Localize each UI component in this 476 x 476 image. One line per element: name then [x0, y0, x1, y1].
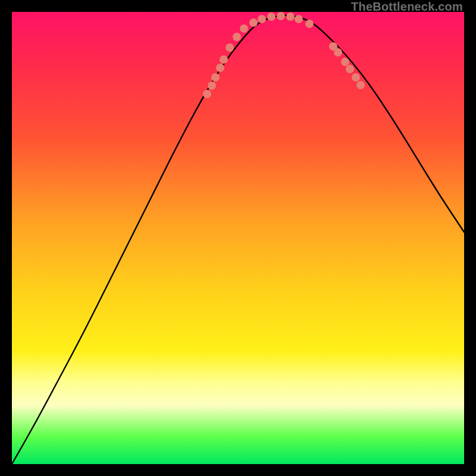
highlight-dot	[258, 15, 266, 23]
highlight-dot	[286, 12, 295, 21]
highlight-dot	[216, 64, 224, 72]
highlight-dot	[341, 58, 349, 66]
highlight-dot	[356, 81, 365, 89]
highlight-dot	[295, 15, 303, 23]
highlight-dot	[277, 12, 285, 20]
highlight-dot	[203, 90, 211, 98]
highlight-dot	[346, 65, 354, 73]
highlight-dot	[240, 24, 248, 33]
highlight-dot	[220, 55, 228, 64]
chart-frame	[12, 12, 464, 464]
highlight-dot	[305, 20, 314, 28]
chart-svg	[12, 12, 464, 464]
highlight-dot	[226, 43, 234, 52]
highlight-dot	[267, 12, 275, 21]
highlight-dot	[334, 48, 342, 57]
highlight-dot	[233, 33, 241, 41]
highlight-dot	[211, 73, 220, 82]
highlight-dot	[208, 82, 216, 90]
highlight-dot	[249, 18, 258, 27]
highlight-dot	[352, 73, 360, 82]
highlight-dots-group	[203, 12, 365, 98]
bottleneck-curve-path	[12, 15, 464, 464]
